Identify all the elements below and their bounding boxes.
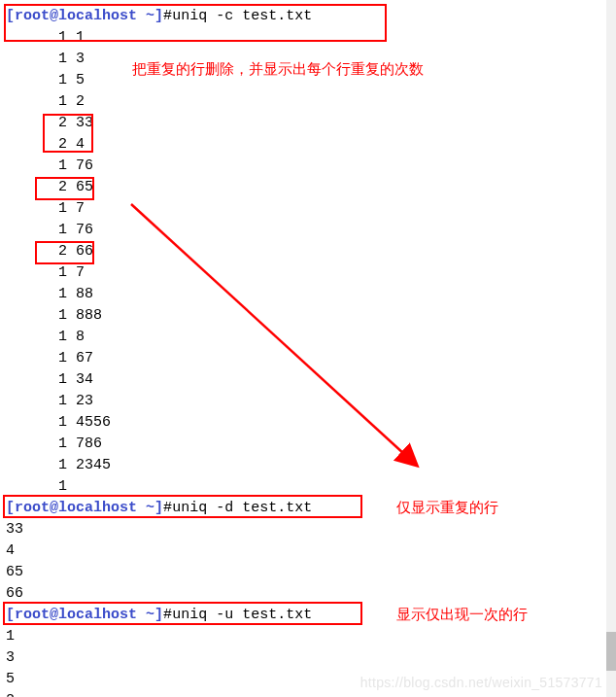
scrollbar-thumb[interactable] (606, 632, 616, 671)
output-row: 1 23 (6, 391, 606, 412)
prompt-line-1: [root@localhost ~]#uniq -c test.txt (6, 6, 606, 27)
output-row: 2 65 (6, 177, 606, 198)
watermark: https://blog.csdn.net/weixin_51573771 (360, 672, 602, 693)
output-row: 2 66 (6, 241, 606, 262)
output-row: 33 (6, 519, 606, 540)
output-row: 66 (6, 583, 606, 605)
output-row: 2 33 (6, 113, 606, 134)
annotation-2: 仅显示重复的行 (396, 497, 498, 518)
output-row: 3 (6, 647, 606, 669)
output-row: 1 76 (6, 220, 606, 241)
output-row: 1 1 (6, 27, 606, 49)
output-row: 65 (6, 562, 606, 583)
output-row: 1 67 (6, 348, 606, 369)
output-row: 1 76 (6, 156, 606, 177)
annotation-1: 把重复的行删除，并显示出每个行重复的次数 (132, 58, 424, 80)
output-row: 1 34 (6, 369, 606, 391)
output-row: 1 7 (6, 262, 606, 284)
command-1: uniq -c test.txt (172, 8, 312, 24)
output-row: 1 88 (6, 284, 606, 305)
output-row: 1 2345 (6, 455, 606, 476)
terminal-output: [root@localhost ~]#uniq -c test.txt 1 1 … (0, 0, 606, 697)
command-3: uniq -u test.txt (172, 607, 312, 623)
output-row: 1 786 (6, 434, 606, 455)
output-row: 1 (6, 626, 606, 647)
prompt-user: [root@localhost (6, 8, 146, 24)
output-row: 1 888 (6, 305, 606, 327)
output-row: 1 2 (6, 91, 606, 113)
output-row: 4 (6, 540, 606, 562)
prompt-line-2: [root@localhost ~]#uniq -d test.txt (6, 498, 606, 519)
output-row: 1 7 (6, 198, 606, 220)
output-row: 1 4556 (6, 412, 606, 434)
scrollbar-track[interactable] (606, 0, 616, 697)
output-row: 1 8 (6, 327, 606, 348)
output-row: 2 4 (6, 134, 606, 156)
command-2: uniq -d test.txt (172, 500, 312, 516)
annotation-3: 显示仅出现一次的行 (396, 604, 528, 625)
output-row: 1 (6, 476, 606, 498)
